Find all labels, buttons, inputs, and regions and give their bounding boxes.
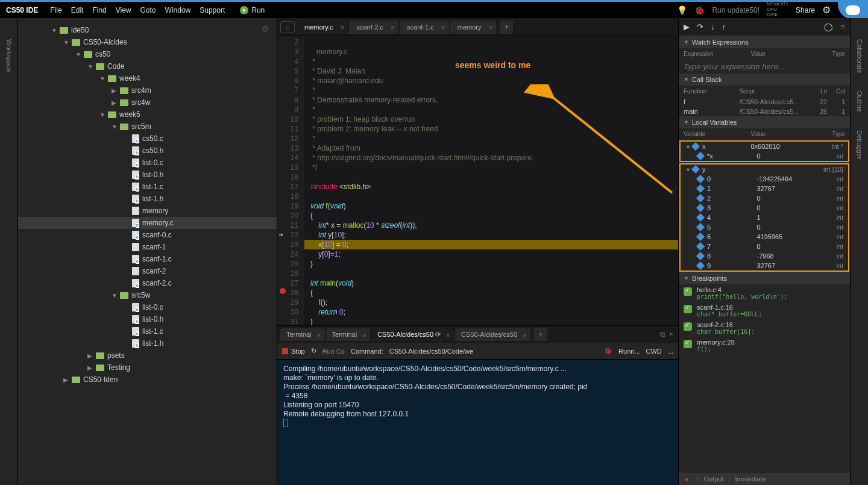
- tree-folder[interactable]: src5m: [18, 120, 277, 133]
- tree-file[interactable]: list-0.h: [18, 169, 277, 181]
- tree-file[interactable]: list-1.c: [18, 325, 277, 337]
- tree-folder[interactable]: week4: [18, 72, 277, 84]
- tree-folder[interactable]: Code: [18, 60, 277, 72]
- variable-row[interactable]: 932767int: [681, 261, 848, 271]
- watch-section[interactable]: Watch Expressions: [679, 36, 850, 48]
- tree-file[interactable]: scanf-1: [18, 241, 277, 253]
- terminal-tab[interactable]: CS50-Alcides/cs50⟳×: [371, 328, 454, 341]
- run-config[interactable]: Run Co: [322, 348, 345, 355]
- tree-file[interactable]: list-1.h: [18, 193, 277, 205]
- immediate-tab[interactable]: Immediate: [735, 475, 766, 483]
- terminal-tab[interactable]: Terminal×: [326, 328, 371, 341]
- terminal-output[interactable]: Compiling /home/ubuntu/workspace/CS50-Al…: [277, 360, 678, 485]
- variable-row[interactable]: 41int: [681, 213, 848, 222]
- variable-row[interactable]: 0-134225464int: [681, 174, 848, 184]
- tree-folder[interactable]: CS50-Iden: [18, 374, 277, 386]
- editor-gutter[interactable]: 23456789101112131415161718192021➔2223242…: [277, 36, 304, 325]
- checkbox-icon[interactable]: [684, 305, 692, 313]
- variable-row[interactable]: 20int: [681, 193, 848, 203]
- step-over-icon[interactable]: ↷: [697, 22, 703, 31]
- editor-tab[interactable]: memory.c×: [297, 20, 348, 34]
- variable-row[interactable]: x 0x602010int *: [681, 142, 848, 151]
- tree-file[interactable]: cs50.h: [18, 145, 277, 157]
- editor-tab[interactable]: scanf-2.c×: [349, 20, 398, 34]
- tree-file[interactable]: memory.c: [18, 217, 277, 229]
- close-icon[interactable]: ×: [340, 23, 344, 32]
- callstack-row[interactable]: f/CS50-Alcides/cs5...221: [679, 97, 850, 107]
- terminal-tab[interactable]: Terminal×: [280, 328, 325, 341]
- menu-edit[interactable]: Edit: [71, 6, 84, 14]
- close-panel-icon[interactable]: ×: [669, 330, 673, 339]
- step-into-icon[interactable]: ↓: [711, 22, 715, 31]
- share-button[interactable]: Share: [796, 6, 815, 14]
- variable-row[interactable]: 50int: [681, 222, 848, 232]
- tree-file[interactable]: list-1.c: [18, 181, 277, 193]
- run-button[interactable]: Run: [240, 6, 265, 14]
- tree-folder[interactable]: src4m: [18, 84, 277, 96]
- tree-file[interactable]: list-1.h: [18, 337, 277, 349]
- menu-file[interactable]: File: [50, 6, 61, 14]
- tree-folder[interactable]: cs50: [18, 48, 277, 60]
- output-tab[interactable]: Output: [704, 475, 724, 483]
- watch-input[interactable]: [679, 60, 850, 74]
- home-tab-icon[interactable]: ⌂: [280, 21, 295, 33]
- file-tree[interactable]: ⚙ ide50CS50-Alcidescs50Codeweek4src4msrc…: [18, 18, 277, 485]
- tree-folder[interactable]: ide50: [18, 24, 277, 36]
- tree-file[interactable]: list-0.h: [18, 313, 277, 325]
- locals-section[interactable]: Local Variables: [679, 116, 850, 128]
- tree-file[interactable]: list-0.c: [18, 157, 277, 169]
- code-editor[interactable]: 23456789101112131415161718192021➔2223242…: [277, 36, 678, 325]
- variable-row[interactable]: *x 0int: [681, 151, 848, 161]
- tree-file[interactable]: scanf-1.c: [18, 253, 277, 265]
- tree-folder[interactable]: psets: [18, 349, 277, 361]
- tree-file[interactable]: scanf-2.c: [18, 277, 277, 289]
- close-icon[interactable]: ×: [446, 331, 450, 340]
- breakpoint-item[interactable]: hello.c:4printf("hello, world\n");: [679, 284, 850, 302]
- tree-file[interactable]: scanf-0.c: [18, 229, 277, 241]
- editor-tab[interactable]: scanf-1.c×: [400, 20, 449, 34]
- bug-icon[interactable]: 🐞: [694, 5, 705, 15]
- variable-row[interactable]: 30int: [681, 203, 848, 213]
- terminal-tab[interactable]: CS50-Alcides/cs50×: [455, 328, 530, 341]
- breakpoint-item[interactable]: scanf-2.c:16char buffer[16];: [679, 319, 850, 337]
- variable-row[interactable]: 64195965int: [681, 232, 848, 242]
- deactivate-bp-icon[interactable]: ◯: [824, 22, 833, 31]
- debugger-tab[interactable]: Debugger: [853, 121, 866, 168]
- checkbox-icon[interactable]: [684, 340, 692, 348]
- checkbox-icon[interactable]: [684, 287, 692, 296]
- tree-folder[interactable]: week5: [18, 108, 277, 120]
- collaborate-tab[interactable]: Collaborate: [853, 30, 866, 82]
- stop-button[interactable]: Stop: [282, 348, 305, 355]
- tree-folder[interactable]: CS50-Alcides: [18, 36, 277, 48]
- close-icon[interactable]: ×: [441, 23, 445, 32]
- step-out-icon[interactable]: ↑: [722, 22, 726, 31]
- close-icon[interactable]: ×: [523, 331, 527, 340]
- variable-row[interactable]: 132767int: [681, 184, 848, 193]
- menu-icon[interactable]: ≡: [840, 22, 845, 31]
- bug-indicator-icon[interactable]: 🐞: [604, 347, 612, 355]
- breakpoint-item[interactable]: memory.c:28f();: [679, 337, 850, 354]
- new-terminal-button[interactable]: +: [534, 328, 547, 341]
- bulb-icon[interactable]: 💡: [677, 5, 687, 15]
- variable-row[interactable]: 70int: [681, 242, 848, 251]
- tree-folder[interactable]: src5w: [18, 289, 277, 301]
- workspace-tab[interactable]: Workspace: [2, 30, 16, 81]
- callstack-section[interactable]: Call Stack: [679, 74, 850, 86]
- menu-window[interactable]: Window: [165, 6, 191, 14]
- breakpoints-section[interactable]: Breakpoints: [679, 272, 850, 284]
- tree-file[interactable]: cs50.c: [18, 133, 277, 145]
- close-icon[interactable]: ×: [488, 23, 492, 32]
- breakpoint-item[interactable]: scanf-1.c:16char* buffer=NULL;: [679, 302, 850, 319]
- tree-folder[interactable]: src4w: [18, 96, 277, 108]
- menu-view[interactable]: View: [116, 6, 131, 14]
- menu-support[interactable]: Support: [200, 6, 225, 14]
- restore-icon[interactable]: ⧉: [660, 330, 665, 339]
- menu-goto[interactable]: Goto: [140, 6, 156, 14]
- tree-folder[interactable]: Testing: [18, 361, 277, 374]
- variable-row[interactable]: 8-7968int: [681, 251, 848, 261]
- gear-icon[interactable]: ⚙: [822, 4, 831, 16]
- tree-gear-icon[interactable]: ⚙: [262, 24, 269, 34]
- checkbox-icon[interactable]: [684, 322, 692, 331]
- close-icon[interactable]: ×: [317, 331, 321, 340]
- resume-icon[interactable]: ▶: [684, 22, 690, 31]
